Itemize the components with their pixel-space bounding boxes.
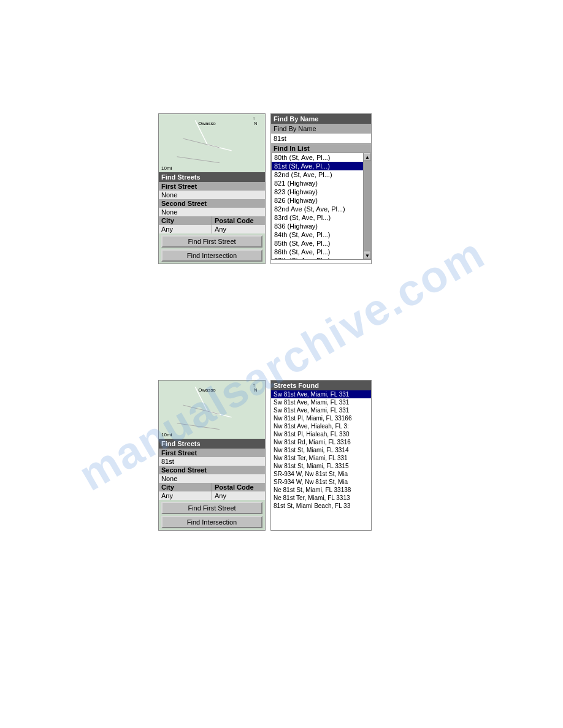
postal-value-bottom[interactable]: Any — [212, 491, 265, 500]
fbn-list-item[interactable]: 836 (Highway) — [272, 222, 370, 230]
top-map-panel: Owasso ↑ N 10mi Find Streets First Stree… — [158, 113, 266, 264]
postal-label-bottom: Postal Code — [212, 483, 265, 491]
city-value-top[interactable]: Any — [159, 225, 212, 233]
svg-text:N: N — [254, 388, 257, 392]
fbn-list-item[interactable]: 82nd Ave (St, Ave, Pl...) — [272, 205, 370, 213]
fbn-list-item[interactable]: 823 (Highway) — [272, 188, 370, 196]
find-streets-header-bottom: Find Streets — [159, 439, 265, 449]
sf-list-item[interactable]: Sw 81st Ave, Miami, FL 331 — [271, 390, 371, 398]
svg-text:N: N — [254, 121, 257, 126]
sf-list-item[interactable]: Nw 81st Pl, Hialeah, FL 330 — [271, 430, 371, 438]
city-value-bottom[interactable]: Any — [159, 491, 212, 500]
fbn-list-label: Find In List — [271, 144, 371, 153]
find-first-street-button-top[interactable]: Find First Street — [161, 235, 262, 248]
fbn-title: Find By Name — [271, 114, 371, 124]
sf-list-item[interactable]: Ne 81st Ter, Miami, FL 3313 — [271, 494, 371, 502]
first-street-label-top: First Street — [159, 182, 265, 191]
find-first-street-button-bottom[interactable]: Find First Street — [161, 502, 262, 514]
city-label-top: City — [159, 216, 212, 225]
sf-list-item[interactable]: SR-934 W, Nw 81st St, Mia — [271, 478, 371, 486]
fbn-list-item[interactable]: 821 (Highway) — [272, 179, 370, 188]
fbn-list-item[interactable]: 87th (St, Ave, Pl...) — [272, 256, 370, 260]
find-intersection-button-top[interactable]: Find Intersection — [161, 249, 262, 262]
streets-found-panel: Streets Found Sw 81st Ave, Miami, FL 331… — [270, 380, 372, 531]
sf-list-item[interactable]: Nw 81st Rd, Miami, FL 3316 — [271, 438, 371, 446]
fbn-list-item[interactable]: 80th (St, Ave, Pl...) — [272, 153, 370, 162]
map-scale-bottom: 10mi — [161, 432, 172, 438]
sf-list-item[interactable]: Nw 81st St, Miami, FL 3315 — [271, 462, 371, 470]
sf-list-item[interactable]: Nw 81st Pl, Miami, FL 33166 — [271, 414, 371, 422]
bottom-map-canvas: Owasso ↑ N 10mi — [159, 381, 265, 439]
sf-list-item[interactable]: Nw 81st Ter, Miami, FL 331 — [271, 454, 371, 462]
postal-value-top[interactable]: Any — [212, 225, 265, 233]
fbn-list-item[interactable]: 86th (St, Ave, Pl...) — [272, 248, 370, 256]
second-street-label-bottom: Second Street — [159, 466, 265, 474]
city-postal-values-bottom: Any Any — [159, 491, 265, 500]
svg-text:Owasso: Owasso — [198, 387, 216, 393]
sf-list-item[interactable]: Sw 81st Ave, Miami, FL 331 — [271, 406, 371, 414]
sf-list-item[interactable]: 81st St, Miami Beach, FL 33 — [271, 502, 371, 510]
city-postal-values-top: Any Any — [159, 225, 265, 233]
find-by-name-panel: Find By Name Find By Name Find In List 8… — [270, 113, 372, 264]
sf-list-item[interactable]: Nw 81st Ave, Hialeah, FL 3: — [271, 422, 371, 430]
first-street-label-bottom: First Street — [159, 449, 265, 457]
find-intersection-button-bottom[interactable]: Find Intersection — [161, 516, 262, 528]
second-street-value-bottom[interactable]: None — [159, 474, 265, 483]
sf-list-item[interactable]: Nw 81st St, Miami, FL 3314 — [271, 446, 371, 454]
fbn-list-item[interactable]: 83rd (St, Ave, Pl...) — [272, 213, 370, 222]
svg-text:Owasso: Owasso — [198, 121, 216, 126]
second-street-label-top: Second Street — [159, 199, 265, 208]
city-postal-labels-bottom: City Postal Code — [159, 483, 265, 491]
fbn-list-item[interactable]: 81st (St, Ave, Pl...) — [272, 162, 370, 170]
svg-text:↑: ↑ — [253, 116, 255, 121]
fbn-list-item[interactable]: 82nd (St, Ave, Pl...) — [272, 170, 370, 179]
watermark: manualsarchive.com — [0, 0, 563, 728]
sf-list-item[interactable]: Sw 81st Ave, Miami, FL 331 — [271, 398, 371, 406]
sf-title: Streets Found — [271, 381, 371, 390]
fbn-list-item[interactable]: 826 (Highway) — [272, 196, 370, 205]
first-street-value-top[interactable]: None — [159, 191, 265, 199]
sf-list: Sw 81st Ave, Miami, FL 331Sw 81st Ave, M… — [271, 390, 371, 510]
fbn-list-item[interactable]: 84th (St, Ave, Pl...) — [272, 230, 370, 239]
scroll-down-arrow[interactable]: ▼ — [364, 252, 371, 259]
second-street-value-top[interactable]: None — [159, 208, 265, 216]
top-map-canvas: Owasso ↑ N 10mi — [159, 114, 265, 172]
top-section: Owasso ↑ N 10mi Find Streets First Stree… — [158, 113, 372, 264]
sf-list-item[interactable]: Ne 81st St, Miami, FL 33138 — [271, 486, 371, 494]
bottom-map-panel: Owasso ↑ N 10mi Find Streets First Stree… — [158, 380, 266, 531]
fbn-input[interactable] — [271, 134, 371, 144]
sf-list-item[interactable]: SR-934 W, Nw 81st St, Mia — [271, 470, 371, 478]
city-postal-labels-top: City Postal Code — [159, 216, 265, 225]
postal-label-top: Postal Code — [212, 216, 265, 225]
map-scale-top: 10mi — [161, 165, 172, 171]
find-streets-header-top: Find Streets — [159, 172, 265, 182]
svg-text:↑: ↑ — [253, 382, 255, 388]
fbn-list: 80th (St, Ave, Pl...)81st (St, Ave, Pl..… — [271, 153, 371, 260]
fbn-list-item[interactable]: 85th (St, Ave, Pl...) — [272, 239, 370, 248]
bottom-section: Owasso ↑ N 10mi Find Streets First Stree… — [158, 380, 372, 531]
scroll-thumb[interactable] — [364, 161, 370, 251]
fbn-scrollbar[interactable]: ▲ ▼ — [363, 153, 370, 259]
fbn-subtitle: Find By Name — [271, 124, 371, 134]
first-street-value-bottom[interactable]: 81st — [159, 457, 265, 466]
city-label-bottom: City — [159, 483, 212, 491]
scroll-up-arrow[interactable]: ▲ — [364, 153, 371, 161]
